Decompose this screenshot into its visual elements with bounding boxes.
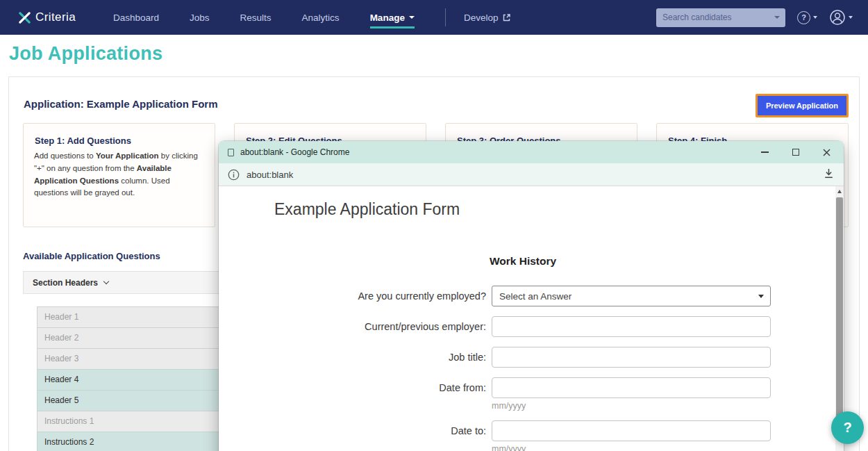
available-questions-heading: Available Application Questions (23, 251, 160, 261)
answer-select[interactable]: Select an Answer (492, 286, 771, 306)
step-text: Add questions to (34, 151, 96, 160)
date-format-hint: mm/yyyy (492, 444, 771, 451)
date-format-hint: mm/yyyy (492, 401, 771, 411)
account-menu[interactable] (829, 9, 853, 26)
window-controls (761, 149, 835, 156)
field-row: Date from: mm/yyyy (219, 377, 844, 411)
nav-label: Results (240, 13, 272, 23)
nav-item-manage[interactable]: Manage (370, 0, 415, 35)
section-headers-label: Section Headers (33, 278, 98, 288)
application-heading: Application: Example Application Form (24, 98, 217, 110)
nav-label: Analytics (302, 13, 340, 23)
date-from-input[interactable] (492, 377, 771, 398)
primary-nav: Dashboard Jobs Results Analytics Manage … (113, 0, 542, 35)
chevron-down-icon (813, 16, 817, 19)
field-row: Are you currently employed? Select an An… (219, 286, 844, 306)
step-title: Step 1: Add Questions (24, 124, 215, 150)
maximize-button[interactable] (792, 149, 799, 156)
help-fab-button[interactable]: ? (831, 411, 864, 444)
field-label: Date to: (219, 420, 486, 451)
nav-item-results[interactable]: Results (240, 0, 272, 35)
external-link-icon (502, 13, 511, 22)
nav-item-jobs[interactable]: Jobs (190, 0, 210, 35)
field-row: Date to: mm/yyyy (219, 420, 844, 451)
navbar-right-cluster: ? (656, 8, 853, 27)
scroll-thumb[interactable] (836, 197, 843, 417)
help-menu[interactable]: ? (797, 11, 817, 24)
chrome-popup-window: about:blank - Google Chrome about: (219, 141, 844, 451)
close-icon (823, 149, 831, 156)
chevron-down-icon (103, 278, 109, 284)
popup-content: Example Application Form Work History Ar… (219, 186, 844, 451)
step-instructions: Add questions to Your Application by cli… (24, 150, 215, 199)
brand-name: Criteria (35, 10, 76, 24)
step-text-bold: Your Application (96, 151, 159, 160)
address-text[interactable]: about:blank (247, 170, 293, 180)
form-title: Example Application Form (274, 200, 844, 219)
field-label: Current/previous employer: (219, 316, 486, 337)
field-row: Current/previous employer: (219, 316, 844, 337)
close-button[interactable] (823, 149, 831, 156)
field-label: Job title: (219, 347, 486, 368)
field-label: Date from: (219, 377, 486, 411)
employer-input[interactable] (492, 316, 771, 337)
help-icon: ? (797, 11, 810, 24)
nav-label: Develop (464, 13, 499, 23)
scroll-up-button[interactable] (835, 186, 844, 196)
field-row: Job title: (219, 347, 844, 368)
nav-item-analytics[interactable]: Analytics (302, 0, 340, 35)
popup-scrollbar[interactable] (835, 186, 844, 451)
application-preview-form: Are you currently employed? Select an An… (219, 286, 844, 451)
search-dropdown-caret-icon (774, 16, 780, 19)
chevron-down-icon (849, 16, 853, 19)
select-caret-icon (758, 295, 764, 298)
page: Criteria Dashboard Jobs Results Analytic… (0, 0, 868, 451)
window-title: about:blank - Google Chrome (240, 147, 349, 157)
chevron-down-icon (409, 16, 415, 19)
nav-label: Manage (370, 13, 405, 23)
brand-logo[interactable]: Criteria (18, 10, 76, 24)
search-input[interactable] (662, 13, 770, 22)
form-section-title: Work History (219, 255, 827, 268)
download-icon (823, 167, 835, 179)
select-value: Select an Answer (499, 291, 571, 302)
nav-item-develop[interactable]: Develop (464, 0, 512, 35)
avatar-icon (829, 9, 846, 26)
nav-divider (445, 8, 446, 26)
top-navbar: Criteria Dashboard Jobs Results Analytic… (0, 0, 868, 35)
nav-label: Dashboard (113, 13, 159, 23)
field-label: Are you currently employed? (219, 286, 486, 306)
candidate-search-box[interactable] (656, 8, 785, 27)
scroll-up-icon (837, 190, 842, 193)
criteria-logo-icon (18, 11, 31, 24)
minimize-button[interactable] (761, 151, 769, 153)
info-icon[interactable] (228, 169, 240, 181)
page-title: Job Applications (9, 43, 162, 65)
date-to-input[interactable] (492, 420, 771, 441)
preview-application-button[interactable]: Preview Application (756, 94, 849, 117)
nav-item-dashboard[interactable]: Dashboard (113, 0, 159, 35)
minimize-icon (761, 151, 769, 153)
url-bar: about:blank (219, 163, 844, 186)
job-title-input[interactable] (492, 347, 771, 368)
page-icon (228, 149, 234, 156)
maximize-icon (792, 149, 799, 156)
nav-label: Jobs (190, 13, 210, 23)
download-button[interactable] (823, 167, 835, 182)
popup-titlebar[interactable]: about:blank - Google Chrome (219, 141, 844, 163)
step-card-1: Step 1: Add Questions Add questions to Y… (23, 123, 215, 227)
